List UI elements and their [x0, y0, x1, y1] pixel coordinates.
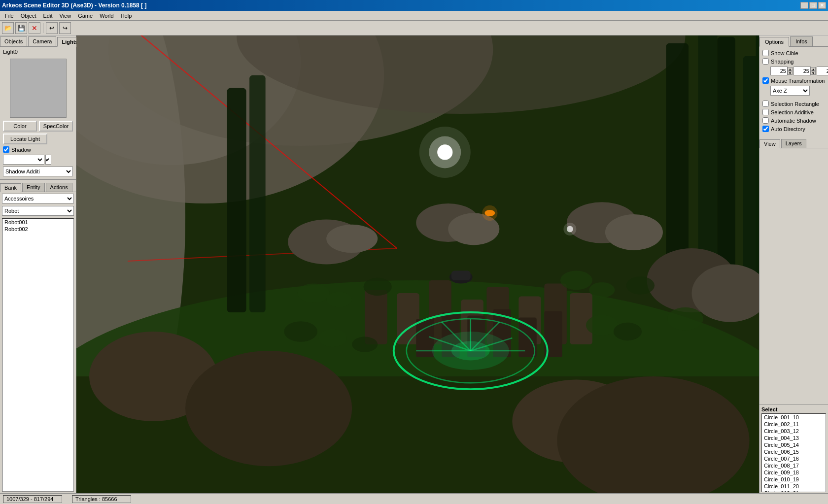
svg-rect-37 — [570, 293, 592, 344]
menu-world[interactable]: World — [97, 12, 117, 20]
svg-point-65 — [352, 336, 378, 352]
snapping-checkbox[interactable] — [762, 58, 769, 65]
title-bar: Arkeos Scene Editor 3D (Ase3D) - Version… — [0, 0, 828, 11]
list-item-robot001[interactable]: Robot001 — [2, 219, 73, 226]
select-item-7[interactable]: Circle_007_16 — [762, 455, 826, 462]
select-item-10[interactable]: Circle_010_19 — [762, 476, 826, 483]
menu-help[interactable]: Help — [118, 12, 135, 20]
svg-rect-72 — [451, 271, 471, 281]
svg-point-24 — [605, 214, 663, 250]
close-button[interactable]: ✕ — [818, 2, 826, 9]
window-title: Arkeos Scene Editor 3D (Ase3D) - Version… — [2, 2, 146, 9]
snap-val2-input[interactable] — [794, 67, 811, 75]
axe-dropdown[interactable]: Axe Z Axe X Axe Y — [770, 86, 810, 96]
select-item-9[interactable]: Circle_009_18 — [762, 469, 826, 476]
toolbar-undo[interactable]: ↩ — [46, 22, 58, 34]
svg-rect-14 — [717, 37, 735, 280]
select-item-1[interactable]: Circle_001_10 — [762, 414, 826, 421]
selection-additive-checkbox[interactable] — [762, 109, 769, 115]
shadow-arrow[interactable] — [45, 155, 51, 165]
view-tabs: View Layers — [759, 138, 828, 148]
locate-light-button[interactable]: Locate Light — [3, 134, 47, 144]
shadow-additive-dropdown[interactable]: Shadow Additi — [3, 167, 73, 176]
svg-point-76 — [563, 223, 576, 235]
toolbar-new[interactable]: 📂 — [2, 22, 14, 34]
tab-objects[interactable]: Objects — [0, 36, 27, 46]
menu-file[interactable]: File — [2, 12, 17, 20]
snap-val1-input[interactable] — [770, 67, 788, 75]
toolbar-close[interactable]: ✕ — [29, 22, 40, 34]
shadow-checkbox[interactable] — [3, 146, 9, 153]
show-cible-checkbox[interactable] — [762, 50, 769, 56]
toolbar-redo[interactable]: ↪ — [59, 22, 71, 34]
select-item-3[interactable]: Circle_003_12 — [762, 428, 826, 435]
svg-point-22 — [326, 225, 378, 253]
speccolor-button[interactable]: SpecColor — [39, 121, 73, 132]
shadow-dropdown[interactable] — [3, 155, 44, 165]
divider1 — [0, 179, 76, 180]
mouse-transform-label: Mouse Transformation — [771, 78, 825, 84]
subcategory-dropdown[interactable]: Robot — [2, 206, 74, 216]
tab-infos[interactable]: Infos — [790, 36, 813, 46]
right-panel: Options Infos Show Cible Snapping ▲ — [759, 35, 828, 493]
options-content: Show Cible Snapping ▲ ▼ — [759, 47, 828, 99]
selection-rect-checkbox[interactable] — [762, 101, 769, 107]
select-item-12[interactable]: Circle_012_21 — [762, 490, 826, 492]
tab-options[interactable]: Options — [759, 37, 789, 47]
color-button[interactable]: Color — [3, 121, 37, 132]
snap-val2-up[interactable]: ▲ — [811, 67, 816, 71]
svg-point-59 — [560, 271, 592, 290]
list-item-robot002[interactable]: Robot002 — [2, 226, 73, 233]
maximize-button[interactable]: □ — [809, 2, 817, 9]
svg-point-63 — [284, 321, 317, 342]
locate-light-row: Locate Light — [0, 133, 76, 145]
tab-bank[interactable]: Bank — [0, 183, 21, 192]
auto-shadow-checkbox[interactable] — [762, 117, 769, 124]
tab-actions[interactable]: Actions — [46, 183, 72, 192]
snap-val2-down[interactable]: ▼ — [811, 71, 816, 75]
viewport[interactable] — [76, 35, 759, 493]
select-item-8[interactable]: Circle_008_17 — [762, 462, 826, 469]
select-item-11[interactable]: Circle_011_20 — [762, 483, 826, 490]
mouse-transform-checkbox[interactable] — [762, 77, 769, 84]
svg-point-70 — [419, 127, 471, 178]
svg-rect-10 — [227, 88, 246, 312]
tab-camera[interactable]: Camera — [28, 36, 56, 46]
snap-val1-up[interactable]: ▲ — [788, 67, 793, 71]
tab-entity[interactable]: Entity — [22, 183, 45, 192]
category-dropdown[interactable]: Accessoires — [2, 194, 74, 203]
svg-point-58 — [364, 278, 392, 296]
menu-object[interactable]: Object — [18, 12, 39, 20]
select-item-5[interactable]: Circle_005_14 — [762, 441, 826, 448]
svg-point-67 — [614, 323, 642, 340]
select-item-2[interactable]: Circle_002_11 — [762, 421, 826, 428]
minimize-button[interactable]: _ — [800, 2, 808, 9]
select-item-4[interactable]: Circle_004_13 — [762, 435, 826, 441]
tab-view[interactable]: View — [759, 139, 780, 148]
color-btn-row: Color SpecColor — [0, 120, 76, 133]
svg-point-56 — [298, 284, 330, 303]
selection-rect-row: Selection Rectangle — [762, 101, 825, 107]
right-bottom: View Layers — [759, 138, 828, 404]
menu-view[interactable]: View — [57, 12, 74, 20]
snap-val1-down[interactable]: ▼ — [788, 71, 793, 75]
select-item-6[interactable]: Circle_006_15 — [762, 448, 826, 455]
svg-point-28 — [185, 351, 352, 466]
menu-game[interactable]: Game — [75, 12, 96, 20]
subcategory-row: Robot — [0, 205, 76, 217]
snap-val2-group: ▲ ▼ — [794, 67, 816, 75]
auto-dir-label: Auto Directory — [771, 126, 805, 132]
auto-dir-checkbox[interactable] — [762, 126, 769, 132]
triangles-status: Triangles : 85666 — [72, 495, 131, 503]
snap-val1-arrows: ▲ ▼ — [788, 67, 793, 75]
svg-rect-16 — [756, 35, 759, 312]
toolbar-save[interactable]: 💾 — [15, 22, 27, 34]
show-cible-row: Show Cible — [762, 50, 825, 56]
tab-layers[interactable]: Layers — [781, 139, 806, 148]
snapping-values-row: ▲ ▼ ▲ ▼ ▲ ▼ — [762, 67, 825, 75]
bank-tabs: Bank Entity Actions — [0, 182, 76, 192]
svg-point-57 — [326, 292, 352, 307]
menu-edit[interactable]: Edit — [40, 12, 56, 20]
svg-rect-38 — [365, 290, 387, 345]
snap-val3-input[interactable] — [817, 67, 828, 75]
